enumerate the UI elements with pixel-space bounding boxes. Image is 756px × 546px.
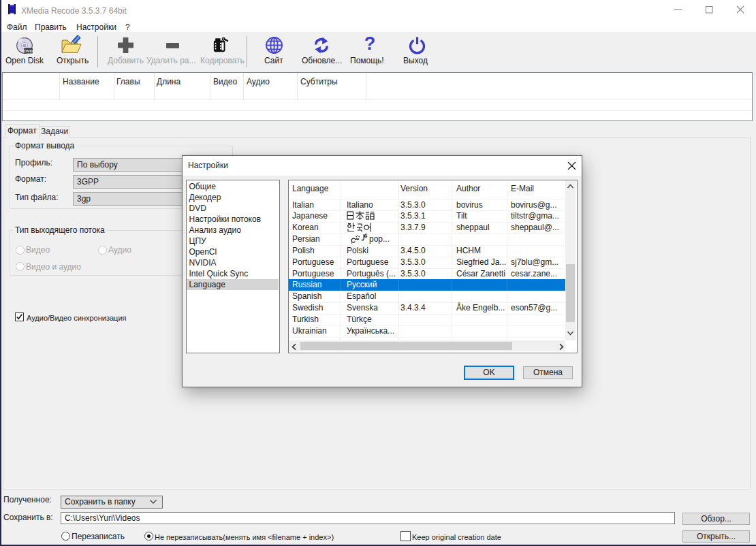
svg-text:DVD: DVD [24, 49, 33, 53]
